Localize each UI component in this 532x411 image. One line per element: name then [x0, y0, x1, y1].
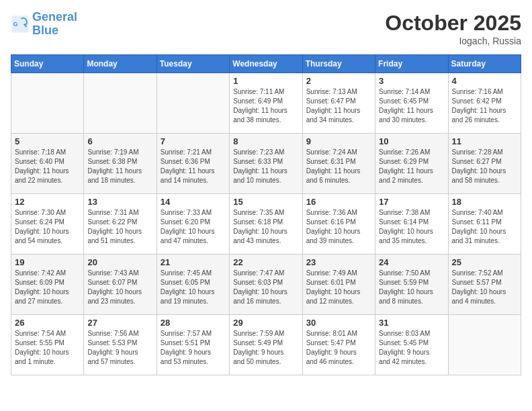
day-number: 30 — [306, 318, 371, 328]
day-info: Sunrise: 7:42 AM Sunset: 6:09 PM Dayligh… — [15, 269, 80, 306]
day-number: 16 — [306, 197, 371, 207]
page-header: G General Blue October 2025 Iogach, Russ… — [11, 11, 521, 46]
day-number: 19 — [15, 257, 80, 267]
week-row-5: 26Sunrise: 7:54 AM Sunset: 5:55 PM Dayli… — [11, 315, 521, 375]
day-cell-8: 8Sunrise: 7:23 AM Sunset: 6:33 PM Daylig… — [230, 134, 302, 194]
day-info: Sunrise: 7:52 AM Sunset: 5:57 PM Dayligh… — [452, 269, 517, 306]
day-info: Sunrise: 7:50 AM Sunset: 5:59 PM Dayligh… — [379, 269, 444, 306]
day-info: Sunrise: 7:19 AM Sunset: 6:38 PM Dayligh… — [87, 148, 152, 185]
day-number: 17 — [379, 197, 444, 207]
day-cell-11: 11Sunrise: 7:28 AM Sunset: 6:27 PM Dayli… — [448, 134, 521, 194]
day-info: Sunrise: 7:28 AM Sunset: 6:27 PM Dayligh… — [452, 148, 517, 185]
weekday-header-monday: Monday — [84, 55, 157, 73]
day-number: 5 — [15, 136, 80, 146]
day-info: Sunrise: 7:14 AM Sunset: 6:45 PM Dayligh… — [379, 87, 444, 125]
day-number: 11 — [452, 136, 517, 146]
day-cell-26: 26Sunrise: 7:54 AM Sunset: 5:55 PM Dayli… — [11, 315, 84, 375]
day-cell-6: 6Sunrise: 7:19 AM Sunset: 6:38 PM Daylig… — [84, 134, 157, 194]
day-number: 6 — [87, 136, 152, 146]
weekday-header-friday: Friday — [375, 55, 448, 73]
day-info: Sunrise: 7:59 AM Sunset: 5:49 PM Dayligh… — [233, 329, 298, 367]
day-cell-21: 21Sunrise: 7:45 AM Sunset: 6:05 PM Dayli… — [157, 255, 229, 315]
empty-cell — [157, 73, 229, 134]
week-row-2: 5Sunrise: 7:18 AM Sunset: 6:40 PM Daylig… — [11, 134, 521, 194]
day-cell-23: 23Sunrise: 7:49 AM Sunset: 6:01 PM Dayli… — [302, 255, 375, 315]
day-cell-14: 14Sunrise: 7:33 AM Sunset: 6:20 PM Dayli… — [157, 194, 229, 255]
day-info: Sunrise: 7:33 AM Sunset: 6:20 PM Dayligh… — [161, 208, 226, 246]
day-cell-25: 25Sunrise: 7:52 AM Sunset: 5:57 PM Dayli… — [448, 255, 521, 315]
day-cell-3: 3Sunrise: 7:14 AM Sunset: 6:45 PM Daylig… — [375, 73, 448, 134]
day-number: 24 — [379, 257, 444, 267]
day-cell-2: 2Sunrise: 7:13 AM Sunset: 6:47 PM Daylig… — [302, 73, 375, 134]
day-cell-16: 16Sunrise: 7:36 AM Sunset: 6:16 PM Dayli… — [302, 194, 375, 255]
logo: G General Blue — [11, 11, 77, 38]
day-cell-13: 13Sunrise: 7:31 AM Sunset: 6:22 PM Dayli… — [84, 194, 157, 255]
day-info: Sunrise: 7:54 AM Sunset: 5:55 PM Dayligh… — [15, 329, 80, 367]
day-info: Sunrise: 7:36 AM Sunset: 6:16 PM Dayligh… — [306, 208, 371, 246]
day-info: Sunrise: 7:18 AM Sunset: 6:40 PM Dayligh… — [15, 148, 80, 185]
day-number: 9 — [306, 136, 371, 146]
day-info: Sunrise: 7:24 AM Sunset: 6:31 PM Dayligh… — [306, 148, 371, 185]
day-info: Sunrise: 7:47 AM Sunset: 6:03 PM Dayligh… — [233, 269, 298, 306]
day-number: 1 — [233, 76, 298, 86]
weekday-header-thursday: Thursday — [302, 55, 375, 73]
day-cell-24: 24Sunrise: 7:50 AM Sunset: 5:59 PM Dayli… — [375, 255, 448, 315]
day-info: Sunrise: 7:13 AM Sunset: 6:47 PM Dayligh… — [306, 87, 371, 125]
week-row-3: 12Sunrise: 7:30 AM Sunset: 6:24 PM Dayli… — [11, 194, 521, 255]
day-info: Sunrise: 7:30 AM Sunset: 6:24 PM Dayligh… — [15, 208, 80, 246]
weekday-header-tuesday: Tuesday — [157, 55, 229, 73]
empty-cell — [448, 315, 521, 375]
day-cell-28: 28Sunrise: 7:57 AM Sunset: 5:51 PM Dayli… — [157, 315, 229, 375]
day-info: Sunrise: 7:40 AM Sunset: 6:11 PM Dayligh… — [452, 208, 517, 246]
day-info: Sunrise: 7:38 AM Sunset: 6:14 PM Dayligh… — [379, 208, 444, 246]
month-title: October 2025 — [385, 11, 521, 36]
day-cell-27: 27Sunrise: 7:56 AM Sunset: 5:53 PM Dayli… — [84, 315, 157, 375]
day-cell-4: 4Sunrise: 7:16 AM Sunset: 6:42 PM Daylig… — [448, 73, 521, 134]
day-info: Sunrise: 7:26 AM Sunset: 6:29 PM Dayligh… — [379, 148, 444, 185]
svg-text:G: G — [13, 21, 18, 28]
day-number: 27 — [87, 318, 152, 328]
day-number: 23 — [306, 257, 371, 267]
day-cell-31: 31Sunrise: 8:03 AM Sunset: 5:45 PM Dayli… — [375, 315, 448, 375]
day-number: 29 — [233, 318, 298, 328]
day-cell-7: 7Sunrise: 7:21 AM Sunset: 6:36 PM Daylig… — [157, 134, 229, 194]
day-info: Sunrise: 7:11 AM Sunset: 6:49 PM Dayligh… — [233, 87, 298, 125]
empty-cell — [84, 73, 157, 134]
logo-icon: G — [11, 15, 30, 34]
day-cell-18: 18Sunrise: 7:40 AM Sunset: 6:11 PM Dayli… — [448, 194, 521, 255]
weekday-header-sunday: Sunday — [11, 55, 84, 73]
day-info: Sunrise: 7:23 AM Sunset: 6:33 PM Dayligh… — [233, 148, 298, 185]
day-number: 21 — [161, 257, 226, 267]
day-cell-20: 20Sunrise: 7:43 AM Sunset: 6:07 PM Dayli… — [84, 255, 157, 315]
day-number: 12 — [15, 197, 80, 207]
day-cell-5: 5Sunrise: 7:18 AM Sunset: 6:40 PM Daylig… — [11, 134, 84, 194]
empty-cell — [11, 73, 84, 134]
day-info: Sunrise: 7:21 AM Sunset: 6:36 PM Dayligh… — [161, 148, 226, 185]
day-cell-29: 29Sunrise: 7:59 AM Sunset: 5:49 PM Dayli… — [230, 315, 302, 375]
day-number: 28 — [161, 318, 226, 328]
day-number: 2 — [306, 76, 371, 86]
day-number: 10 — [379, 136, 444, 146]
weekday-header-row: SundayMondayTuesdayWednesdayThursdayFrid… — [11, 55, 521, 73]
day-cell-9: 9Sunrise: 7:24 AM Sunset: 6:31 PM Daylig… — [302, 134, 375, 194]
day-info: Sunrise: 7:56 AM Sunset: 5:53 PM Dayligh… — [87, 329, 152, 367]
day-number: 14 — [161, 197, 226, 207]
calendar-table: SundayMondayTuesdayWednesdayThursdayFrid… — [11, 54, 521, 375]
day-number: 20 — [87, 257, 152, 267]
day-cell-12: 12Sunrise: 7:30 AM Sunset: 6:24 PM Dayli… — [11, 194, 84, 255]
location: Iogach, Russia — [385, 36, 521, 46]
day-cell-30: 30Sunrise: 8:01 AM Sunset: 5:47 PM Dayli… — [302, 315, 375, 375]
day-number: 26 — [15, 318, 80, 328]
day-cell-17: 17Sunrise: 7:38 AM Sunset: 6:14 PM Dayli… — [375, 194, 448, 255]
day-cell-10: 10Sunrise: 7:26 AM Sunset: 6:29 PM Dayli… — [375, 134, 448, 194]
week-row-4: 19Sunrise: 7:42 AM Sunset: 6:09 PM Dayli… — [11, 255, 521, 315]
day-number: 18 — [452, 197, 517, 207]
logo-text: General Blue — [32, 11, 77, 38]
day-number: 15 — [233, 197, 298, 207]
day-number: 13 — [87, 197, 152, 207]
weekday-header-wednesday: Wednesday — [230, 55, 302, 73]
title-block: October 2025 Iogach, Russia — [385, 11, 521, 46]
day-info: Sunrise: 7:16 AM Sunset: 6:42 PM Dayligh… — [452, 87, 517, 125]
day-info: Sunrise: 7:57 AM Sunset: 5:51 PM Dayligh… — [161, 329, 226, 367]
day-number: 3 — [379, 76, 444, 86]
